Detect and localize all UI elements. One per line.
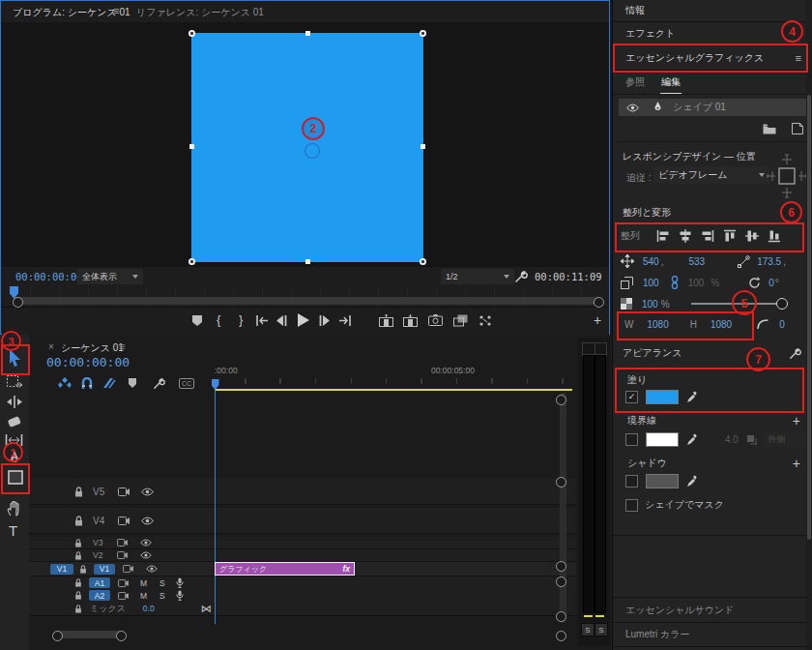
monitor-current-timecode[interactable]: 00:00:00:00 (15, 271, 83, 282)
eg-layer-row[interactable]: シェイプ 01 (619, 99, 807, 116)
align-right-button[interactable] (700, 229, 714, 244)
toggle-track-output-eye-icon[interactable] (140, 551, 152, 559)
panel-menu-icon[interactable]: ≡ (113, 5, 119, 16)
selection-tool[interactable] (8, 349, 22, 367)
rotation-value[interactable]: 0 (768, 278, 774, 288)
stroke-position-select[interactable]: 外側 (763, 432, 812, 447)
extract-icon[interactable] (403, 314, 418, 327)
lock-icon[interactable] (74, 551, 82, 560)
source-monitor-icon[interactable] (118, 592, 129, 600)
razor-tool[interactable] (7, 416, 22, 428)
hand-tool[interactable] (7, 501, 22, 517)
position-x-value[interactable]: 540 (643, 256, 659, 267)
linked-selection-icon[interactable] (102, 377, 116, 389)
shape-handle-middle-right[interactable] (420, 144, 425, 149)
scale-y-value[interactable]: 100 (688, 278, 705, 288)
lock-icon[interactable] (74, 539, 82, 547)
shape-handle-top-center[interactable] (305, 31, 310, 36)
meter-solo-right-button[interactable]: S (594, 623, 608, 636)
lock-icon[interactable] (74, 578, 82, 587)
appearance-settings-wrench-icon[interactable] (789, 347, 801, 360)
tab-browse[interactable]: 参照 (625, 75, 645, 89)
layer-name[interactable]: シェイプ 01 (673, 101, 726, 114)
rectangle-tool[interactable] (8, 470, 23, 485)
source-monitor-icon[interactable] (117, 539, 128, 547)
solo-button[interactable]: S (160, 591, 165, 601)
panel-menu-icon[interactable]: ≡ (796, 52, 801, 64)
track-target-v1[interactable]: V1 (94, 564, 115, 575)
right-panel-scrollbar-thumb[interactable] (807, 95, 811, 540)
toggle-track-output-eye-icon[interactable] (146, 565, 158, 573)
source-monitor-icon[interactable] (118, 517, 130, 525)
go-to-out-icon[interactable] (338, 315, 352, 326)
hscroll-far-handle[interactable] (556, 631, 566, 641)
toggle-track-output-eye-icon[interactable] (141, 488, 154, 496)
shape-handle-top-left[interactable] (188, 30, 195, 37)
source-monitor-icon[interactable] (118, 579, 129, 587)
shape-handle-bottom-left[interactable] (188, 258, 195, 265)
scale-x-value[interactable]: 100 (643, 278, 659, 288)
mark-in-icon[interactable]: { (217, 312, 220, 327)
source-patch-v1[interactable]: V1 (50, 564, 73, 575)
track-scroll-handle[interactable] (556, 611, 566, 622)
corner-radius-value[interactable]: 0 (779, 319, 785, 330)
toggle-track-output-eye-icon[interactable] (140, 539, 152, 547)
timeline-settings-wrench-icon[interactable] (153, 377, 165, 390)
track-target-a2[interactable]: A2 (89, 590, 110, 601)
stroke-checkbox[interactable] (625, 433, 638, 446)
stroke-eyedropper-icon[interactable] (686, 433, 698, 446)
timeline-vertical-scrollbar[interactable] (560, 393, 566, 623)
tab-edit[interactable]: 編集 (660, 72, 682, 94)
timeline-timecode[interactable]: 00:00:00:00 (46, 355, 130, 369)
lock-icon[interactable] (74, 516, 83, 526)
add-shadow-button[interactable]: + (793, 458, 800, 468)
essential-sound-header[interactable]: エッセンシャルサウンド (613, 597, 812, 623)
scrollbar-right-handle[interactable] (594, 297, 604, 308)
shadow-color-swatch[interactable] (646, 474, 679, 488)
layer-visibility-eye-icon[interactable] (626, 103, 639, 112)
shadow-checkbox[interactable] (625, 475, 638, 488)
position-y-value[interactable]: 533 (688, 256, 705, 267)
info-panel-header[interactable]: 情報 (613, 0, 812, 22)
shape-handle-bottom-right[interactable] (420, 258, 426, 265)
new-folder-icon[interactable] (763, 124, 776, 134)
mark-out-icon[interactable]: } (239, 312, 243, 327)
go-to-in-icon[interactable] (255, 315, 269, 326)
opacity-slider-knob[interactable] (776, 298, 788, 310)
track-label[interactable]: V2 (93, 550, 107, 560)
link-scale-chain-icon[interactable] (671, 276, 679, 289)
timeline-ruler[interactable]: :00:00 00:00:05:00 (211, 362, 602, 385)
voiceover-mic-icon[interactable] (176, 590, 184, 601)
align-bottom-button[interactable] (767, 229, 781, 244)
mix-volume-value[interactable]: 0.0 (143, 604, 155, 613)
timeline-clip-graphic[interactable]: グラフィック fx (215, 562, 355, 576)
timeline-panel-menu-icon[interactable]: ≡ (119, 340, 125, 352)
stroke-color-swatch[interactable] (646, 432, 679, 447)
lock-icon[interactable] (74, 487, 83, 497)
fill-eyedropper-icon[interactable] (686, 391, 698, 403)
snap-magnet-icon[interactable] (81, 377, 93, 389)
essential-graphics-header[interactable]: エッセンシャルグラフィックス ≡ (613, 45, 812, 71)
track-label[interactable]: V4 (93, 516, 108, 526)
voiceover-mic-icon[interactable] (176, 577, 184, 588)
tab-reference[interactable]: リファレンス: シーケンス 01 (136, 6, 264, 19)
align-center-vertical-button[interactable] (744, 229, 759, 244)
follow-select[interactable]: ビデオフレーム (653, 166, 769, 184)
pin-to-diagram[interactable] (766, 153, 808, 199)
source-monitor-icon[interactable] (123, 565, 133, 573)
mute-button[interactable]: M (140, 578, 147, 588)
opacity-value[interactable]: 100 (642, 299, 658, 310)
monitor-settings-wrench-icon[interactable] (514, 270, 528, 283)
monitor-scrubber-area[interactable] (2, 285, 609, 307)
stroke-width-value[interactable]: 4.0 (725, 434, 739, 445)
track-scroll-handle[interactable] (556, 477, 566, 488)
fill-checkbox[interactable]: ✓ (625, 391, 638, 403)
timeline-tab-close-icon[interactable]: × (48, 341, 54, 352)
add-marker-icon[interactable] (191, 314, 203, 327)
new-layer-icon[interactable] (792, 123, 803, 134)
track-scroll-handle[interactable] (556, 576, 566, 587)
timeline-playhead-line[interactable] (215, 385, 217, 624)
right-panel-scrollbar[interactable] (806, 0, 812, 650)
hscroll-left-handle[interactable] (52, 631, 63, 641)
track-label[interactable]: V3 (93, 538, 107, 547)
